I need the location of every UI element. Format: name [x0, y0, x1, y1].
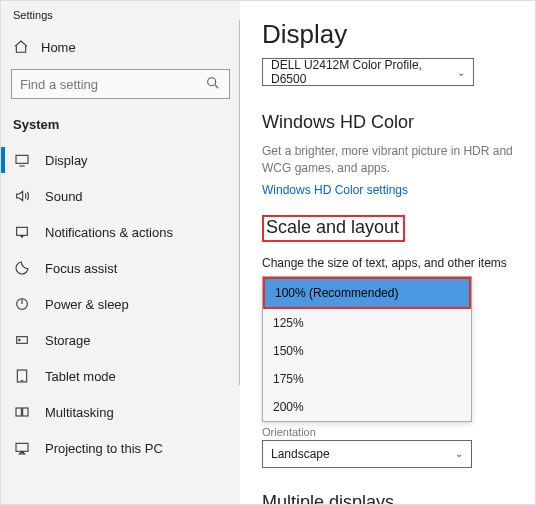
sound-icon	[13, 188, 31, 204]
scale-option-175[interactable]: 175%	[263, 365, 471, 393]
nav-label: Power & sleep	[45, 297, 129, 312]
storage-icon	[13, 332, 31, 348]
multitasking-icon	[13, 404, 31, 420]
color-profile-value: DELL U2412M Color Profile, D6500	[271, 58, 457, 86]
nav-item-focus-assist[interactable]: Focus assist	[1, 250, 240, 286]
nav-item-power-sleep[interactable]: Power & sleep	[1, 286, 240, 322]
search-box[interactable]	[11, 69, 230, 99]
nav-list: Display Sound Notifications & actions Fo…	[1, 142, 240, 466]
scale-heading: Scale and layout	[266, 217, 399, 238]
multiple-displays-heading: Multiple displays	[262, 492, 535, 504]
nav-item-notifications[interactable]: Notifications & actions	[1, 214, 240, 250]
scale-option-150[interactable]: 150%	[263, 337, 471, 365]
section-label: System	[1, 109, 240, 142]
home-nav[interactable]: Home	[1, 31, 240, 63]
main-content: Display DELL U2412M Color Profile, D6500…	[240, 1, 535, 504]
sidebar: Settings Home System Display Sound	[1, 1, 240, 504]
home-label: Home	[41, 40, 76, 55]
nav-label: Storage	[45, 333, 91, 348]
orientation-label: Orientation	[262, 426, 535, 438]
nav-item-projecting[interactable]: Projecting to this PC	[1, 430, 240, 466]
nav-item-storage[interactable]: Storage	[1, 322, 240, 358]
nav-item-display[interactable]: Display	[1, 142, 240, 178]
scale-option-200[interactable]: 200%	[263, 393, 471, 421]
projecting-icon	[13, 440, 31, 456]
svg-rect-1	[16, 155, 28, 163]
svg-rect-9	[16, 443, 28, 451]
chevron-down-icon: ⌄	[457, 67, 465, 78]
orientation-value: Landscape	[271, 447, 330, 461]
orientation-select[interactable]: Landscape ⌄	[262, 440, 472, 468]
notifications-icon	[13, 224, 31, 240]
nav-label: Notifications & actions	[45, 225, 173, 240]
nav-label: Tablet mode	[45, 369, 116, 384]
focus-icon	[13, 260, 31, 276]
hd-color-link[interactable]: Windows HD Color settings	[262, 183, 535, 197]
nav-label: Sound	[45, 189, 83, 204]
nav-item-multitasking[interactable]: Multitasking	[1, 394, 240, 430]
hd-color-heading: Windows HD Color	[262, 112, 535, 133]
page-title: Display	[262, 19, 535, 50]
nav-item-sound[interactable]: Sound	[1, 178, 240, 214]
svg-rect-7	[16, 408, 21, 416]
svg-point-0	[208, 77, 216, 85]
color-profile-select[interactable]: DELL U2412M Color Profile, D6500 ⌄	[262, 58, 474, 86]
nav-label: Focus assist	[45, 261, 117, 276]
svg-rect-8	[23, 408, 28, 416]
home-icon	[13, 39, 29, 55]
nav-label: Projecting to this PC	[45, 441, 163, 456]
scale-field-label: Change the size of text, apps, and other…	[262, 256, 535, 270]
hd-color-desc: Get a brighter, more vibrant picture in …	[262, 143, 535, 177]
power-icon	[13, 296, 31, 312]
nav-label: Multitasking	[45, 405, 114, 420]
scale-heading-highlight: Scale and layout	[262, 215, 405, 242]
window-title: Settings	[1, 5, 240, 31]
tablet-icon	[13, 368, 31, 384]
chevron-down-icon: ⌄	[455, 448, 463, 459]
search-input[interactable]	[20, 77, 190, 92]
search-icon	[205, 75, 221, 94]
svg-point-5	[19, 339, 20, 340]
svg-rect-2	[17, 227, 28, 235]
scale-option-125[interactable]: 125%	[263, 309, 471, 337]
display-icon	[13, 152, 31, 168]
scale-option-100[interactable]: 100% (Recommended)	[263, 277, 471, 309]
nav-item-tablet-mode[interactable]: Tablet mode	[1, 358, 240, 394]
scale-dropdown[interactable]: 100% (Recommended) 125% 150% 175% 200%	[262, 276, 472, 422]
nav-label: Display	[45, 153, 88, 168]
